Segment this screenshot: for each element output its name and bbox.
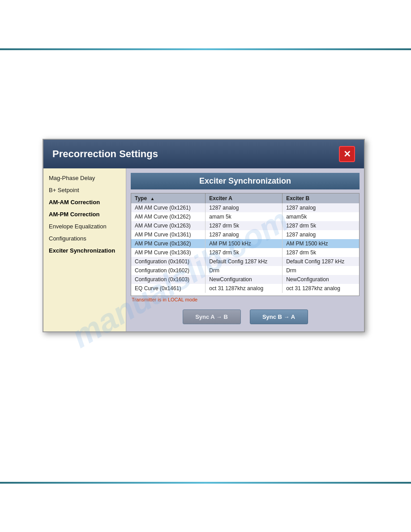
cell-exciter-b: AM PM 1500 kHz bbox=[283, 239, 359, 248]
col-exciter-a[interactable]: Exciter A bbox=[206, 193, 283, 203]
table-row[interactable]: AM AM Curve (0x1261)1287 analog1287 anal… bbox=[131, 203, 359, 212]
status-text: Transmitter is in LOCAL mode bbox=[131, 296, 360, 302]
sync-a-to-b-button[interactable]: Sync A → B bbox=[183, 309, 241, 324]
cell-exciter-a: oct 31 1287khz analog bbox=[206, 284, 283, 293]
cell-exciter-b: Default Config 1287 kHz bbox=[283, 257, 359, 266]
precorrection-dialog: Precorrection Settings ✕ Mag-Phase Delay… bbox=[43, 139, 365, 332]
cell-type: AM AM Curve (0x1262) bbox=[131, 212, 206, 221]
table-row[interactable]: Configuration (0x1602)DrmDrm bbox=[131, 266, 359, 275]
table-row[interactable]: AM AM Curve (0x1263)1287 drm 5k1287 drm … bbox=[131, 221, 359, 230]
bottom-bar bbox=[0, 482, 411, 484]
section-header: Exciter Synchronization bbox=[131, 173, 360, 189]
sidebar-item-am-pm-correction[interactable]: AM-PM Correction bbox=[43, 208, 126, 220]
sort-arrow: ▲ bbox=[150, 196, 154, 201]
cell-exciter-b: amam5k bbox=[283, 212, 359, 221]
sync-table-container: Type ▲ Exciter A Exciter B AM AM bbox=[131, 193, 360, 296]
table-row[interactable]: Configuration (0x1601)Default Config 128… bbox=[131, 257, 359, 266]
cell-exciter-b: NewConfiguration bbox=[283, 275, 359, 284]
cell-type: Configuration (0x1601) bbox=[131, 257, 206, 266]
dialog-titlebar: Precorrection Settings ✕ bbox=[43, 140, 364, 168]
cell-type: Configuration (0x1603) bbox=[131, 275, 206, 284]
cell-exciter-b: 1287 analog bbox=[283, 203, 359, 212]
table-row[interactable]: Configuration (0x1603)NewConfigurationNe… bbox=[131, 275, 359, 284]
cell-exciter-b: oct 31 1287khz analog bbox=[283, 284, 359, 293]
sidebar-item-configurations[interactable]: Configurations bbox=[43, 232, 126, 245]
cell-exciter-a: 1287 drm 5k bbox=[206, 221, 283, 230]
dialog-body: Mag-Phase Delay B+ Setpoint AM-AM Correc… bbox=[43, 168, 364, 331]
table-row[interactable]: AM PM Curve (0x1362)AM PM 1500 kHzAM PM … bbox=[131, 239, 359, 248]
sidebar-item-exciter-synchronization[interactable]: Exciter Synchronization bbox=[43, 245, 126, 257]
table-row[interactable]: AM PM Curve (0x1361)1287 analog1287 anal… bbox=[131, 230, 359, 239]
cell-exciter-a: 1287 drm 5k bbox=[206, 248, 283, 257]
cell-type: Configuration (0x1602) bbox=[131, 266, 206, 275]
button-row: Sync A → B Sync B → A bbox=[131, 307, 360, 327]
col-type[interactable]: Type ▲ bbox=[131, 193, 206, 203]
cell-exciter-a: 1287 analog bbox=[206, 230, 283, 239]
table-row[interactable]: AM AM Curve (0x1262)amam 5kamam5k bbox=[131, 212, 359, 221]
cell-exciter-b: 1287 analog bbox=[283, 230, 359, 239]
cell-exciter-a: 1287 analog bbox=[206, 203, 283, 212]
main-content: Exciter Synchronization Type ▲ Exciter A bbox=[126, 168, 364, 331]
cell-type: AM AM Curve (0x1263) bbox=[131, 221, 206, 230]
cell-exciter-a: AM PM 1500 kHz bbox=[206, 239, 283, 248]
cell-type: AM AM Curve (0x1261) bbox=[131, 203, 206, 212]
cell-type: AM PM Curve (0x1361) bbox=[131, 230, 206, 239]
cell-exciter-a: Default Config 1287 kHz bbox=[206, 257, 283, 266]
cell-exciter-a: NewConfiguration bbox=[206, 275, 283, 284]
sidebar-item-am-am-correction[interactable]: AM-AM Correction bbox=[43, 196, 126, 208]
cell-exciter-b: 1287 drm 5k bbox=[283, 248, 359, 257]
col-exciter-b[interactable]: Exciter B bbox=[283, 193, 359, 203]
sync-table: Type ▲ Exciter A Exciter B AM AM bbox=[131, 193, 359, 293]
dialog-title: Precorrection Settings bbox=[52, 148, 158, 160]
cell-exciter-b: Drm bbox=[283, 266, 359, 275]
sidebar-item-mag-phase-delay[interactable]: Mag-Phase Delay bbox=[43, 172, 126, 184]
table-row[interactable]: EQ Curve (0x1461)oct 31 1287khz analogoc… bbox=[131, 284, 359, 293]
table-header-row: Type ▲ Exciter A Exciter B bbox=[131, 193, 359, 203]
sidebar-item-envelope-equalization[interactable]: Envelope Equalization bbox=[43, 220, 126, 232]
cell-type: AM PM Curve (0x1363) bbox=[131, 248, 206, 257]
table-row[interactable]: AM PM Curve (0x1363)1287 drm 5k1287 drm … bbox=[131, 248, 359, 257]
sidebar-item-b-setpoint[interactable]: B+ Setpoint bbox=[43, 184, 126, 196]
sync-b-to-a-button[interactable]: Sync B → A bbox=[250, 309, 308, 324]
cell-exciter-b: 1287 drm 5k bbox=[283, 221, 359, 230]
close-button[interactable]: ✕ bbox=[339, 146, 355, 162]
cell-type: EQ Curve (0x1461) bbox=[131, 284, 206, 293]
sidebar: Mag-Phase Delay B+ Setpoint AM-AM Correc… bbox=[43, 168, 126, 331]
cell-exciter-a: Drm bbox=[206, 266, 283, 275]
cell-type: AM PM Curve (0x1362) bbox=[131, 239, 206, 248]
cell-exciter-a: amam 5k bbox=[206, 212, 283, 221]
top-bar bbox=[0, 48, 411, 50]
